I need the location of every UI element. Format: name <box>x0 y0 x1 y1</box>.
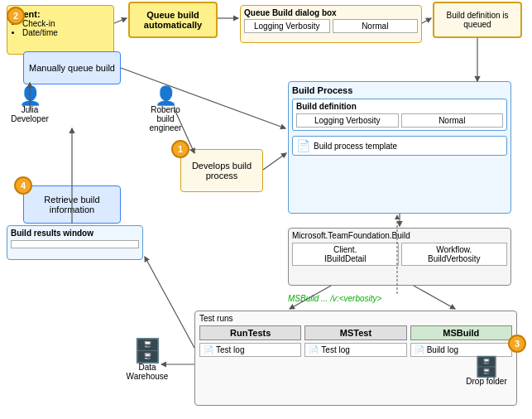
roberto-role: build engineer <box>141 114 190 132</box>
mstest-col: MSTest 📄 Test log <box>304 325 406 359</box>
build-results-title: Build results window <box>11 229 139 238</box>
roberto-person: 👤 Roberto build engineer <box>141 87 190 132</box>
bpt-label: Build process template <box>314 142 397 151</box>
event-item-checkin: Check-in <box>22 19 108 28</box>
db-icon: 🗄️ <box>122 340 172 363</box>
dev-build-box: 1 Develops build process <box>180 149 263 192</box>
msbuild-col: MSBuild 📄 Build log <box>410 325 512 359</box>
build-def-title: Build definition <box>296 102 503 111</box>
svg-line-2 <box>422 18 431 23</box>
msft-box: Microsoft.TeamFoundation.Build Client.IB… <box>288 228 511 286</box>
log-icon-1: 📄 <box>204 345 213 354</box>
julia-name: Julia <box>5 105 55 114</box>
build-def-col2: Normal <box>401 113 504 128</box>
msft-title: Microsoft.TeamFoundation.Build <box>292 231 507 240</box>
manual-queue-label: Manually queue build <box>29 63 115 73</box>
test-runs-cols: RunTests 📄 Test log MSTest 📄 Test log MS… <box>199 325 512 359</box>
mstest-header: MSTest <box>304 325 406 340</box>
queue-dialog-box: Queue Build dialog box Logging Verbosity… <box>240 5 422 43</box>
run-tests-header: RunTests <box>199 325 301 340</box>
number-1-badge: 1 <box>171 140 189 158</box>
drop-folder-label: Drop folder <box>458 377 515 386</box>
queued-box: Build definition is queued <box>433 2 522 38</box>
queue-dialog-title: Queue Build dialog box <box>244 8 418 17</box>
manual-queue-box: Manually queue build <box>23 51 121 84</box>
dev-build-label: Develops build process <box>184 161 260 181</box>
retrieve-box: 4 Retrieve build information <box>23 185 121 224</box>
msft-row: Client.IBuildDetail Workflow.BuildVerbos… <box>292 243 507 266</box>
queue-dialog-col1: Logging Verbosity <box>244 19 330 33</box>
svg-line-16 <box>145 257 194 348</box>
data-warehouse: 🗄️ Data Warehouse <box>122 340 172 381</box>
queue-dialog-row: Logging Verbosity Normal <box>244 19 418 33</box>
test-runs-title: Test runs <box>199 314 512 323</box>
drop-db-icon: 🗄️ <box>458 357 515 377</box>
diagram: Event: Check-in Date/time 2 Queue build … <box>0 0 532 419</box>
number-2-badge: 2 <box>7 7 25 25</box>
event-item-date: Date/time <box>22 28 108 37</box>
drop-folder: 🗄️ Drop folder <box>458 357 515 386</box>
julia-role: Developer <box>5 114 55 123</box>
data-warehouse-label: Data Warehouse <box>122 363 172 381</box>
msft-col1: Client.IBuildDetail <box>292 243 399 266</box>
svg-line-7 <box>263 153 286 170</box>
retrieve-label: Retrieve build information <box>24 195 120 214</box>
bpt-box: 📄 Build process template <box>292 136 507 156</box>
run-tests-col: RunTests 📄 Test log <box>199 325 301 359</box>
log-icon-2: 📄 <box>309 345 319 354</box>
build-process-box: Build Process Build definition Logging V… <box>288 81 511 214</box>
number-3-badge: 3 <box>508 335 526 353</box>
mstest-log: 📄 Test log <box>304 343 406 357</box>
run-tests-log: 📄 Test log <box>199 343 301 357</box>
build-process-title: Build Process <box>292 85 507 95</box>
doc-icon: 📄 <box>296 139 310 152</box>
number-4-badge: 4 <box>14 176 32 195</box>
build-def-row: Logging Verbosity Normal <box>296 113 503 128</box>
build-results-bar <box>11 240 139 248</box>
build-def-col1: Logging Verbosity <box>296 113 399 128</box>
msft-col2: Workflow.BuildVerbosity <box>401 243 508 266</box>
roberto-name: Roberto <box>141 105 190 114</box>
svg-line-0 <box>114 18 127 23</box>
queue-auto-label: Queue build automatically <box>130 10 216 30</box>
msbuild-header: MSBuild <box>410 325 512 340</box>
build-def-inner: Build definition Logging Verbosity Norma… <box>292 99 507 131</box>
julia-icon: 👤 <box>5 87 55 105</box>
event-title: Event: <box>12 9 108 19</box>
msbuild-cmd-text: MSBuild ... /v:<verbosity> <box>288 294 381 303</box>
queue-auto-box: Queue build automatically <box>128 2 218 38</box>
log-icon-3: 📄 <box>415 345 424 354</box>
event-list: Check-in Date/time <box>22 19 108 37</box>
svg-line-13 <box>414 286 455 309</box>
roberto-icon: 👤 <box>141 87 190 105</box>
julia-person: 👤 Julia Developer <box>5 87 55 123</box>
queue-dialog-col2: Normal <box>333 19 419 33</box>
build-results-box: Build results window <box>7 225 143 260</box>
queued-label: Build definition is queued <box>437 11 518 29</box>
